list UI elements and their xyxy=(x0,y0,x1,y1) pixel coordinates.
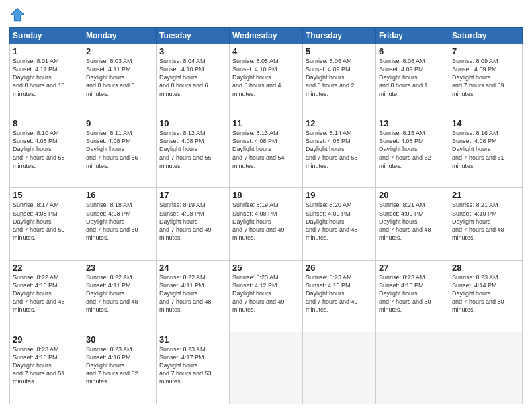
day-info: Sunrise: 8:16 AM Sunset: 4:08 PM Dayligh… xyxy=(452,129,519,170)
day-number: 1 xyxy=(13,46,80,56)
calendar-day-cell: 5 Sunrise: 8:06 AM Sunset: 4:09 PM Dayli… xyxy=(303,44,376,116)
calendar-day-cell: 2 Sunrise: 8:03 AM Sunset: 4:11 PM Dayli… xyxy=(83,44,157,116)
day-number: 14 xyxy=(452,118,519,128)
day-info: Sunrise: 8:13 AM Sunset: 4:08 PM Dayligh… xyxy=(232,129,300,170)
day-number: 4 xyxy=(232,46,300,56)
weekday-header-sunday: Sunday xyxy=(10,28,83,44)
day-info: Sunrise: 8:15 AM Sunset: 4:08 PM Dayligh… xyxy=(379,129,446,170)
calendar-day-cell: 8 Sunrise: 8:10 AM Sunset: 4:08 PM Dayli… xyxy=(10,116,83,188)
day-info: Sunrise: 8:19 AM Sunset: 4:08 PM Dayligh… xyxy=(232,201,300,242)
calendar-day-cell: 7 Sunrise: 8:09 AM Sunset: 4:09 PM Dayli… xyxy=(449,44,523,116)
day-number: 12 xyxy=(306,118,373,128)
weekday-header-row: SundayMondayTuesdayWednesdayThursdayFrid… xyxy=(10,28,523,44)
day-info: Sunrise: 8:23 AM Sunset: 4:16 PM Dayligh… xyxy=(86,345,153,386)
weekday-header-tuesday: Tuesday xyxy=(157,28,230,44)
day-info: Sunrise: 8:11 AM Sunset: 4:08 PM Dayligh… xyxy=(86,129,153,170)
svg-marker-1 xyxy=(11,9,23,20)
calendar-week-row: 29 Sunrise: 8:23 AM Sunset: 4:15 PM Dayl… xyxy=(10,332,523,404)
calendar-day-cell: 29 Sunrise: 8:23 AM Sunset: 4:15 PM Dayl… xyxy=(10,332,83,404)
calendar-day-cell xyxy=(230,332,303,404)
calendar-day-cell: 14 Sunrise: 8:16 AM Sunset: 4:08 PM Dayl… xyxy=(449,116,523,188)
day-info: Sunrise: 8:03 AM Sunset: 4:11 PM Dayligh… xyxy=(86,57,153,98)
day-number: 25 xyxy=(232,263,300,273)
calendar-header: SundayMondayTuesdayWednesdayThursdayFrid… xyxy=(10,28,523,44)
day-number: 9 xyxy=(86,118,153,128)
day-number: 31 xyxy=(159,334,226,345)
day-info: Sunrise: 8:10 AM Sunset: 4:08 PM Dayligh… xyxy=(13,129,80,170)
day-number: 7 xyxy=(452,46,519,56)
calendar-day-cell: 10 Sunrise: 8:12 AM Sunset: 4:08 PM Dayl… xyxy=(157,116,230,188)
day-info: Sunrise: 8:22 AM Sunset: 4:11 PM Dayligh… xyxy=(86,273,153,314)
day-number: 22 xyxy=(13,263,80,273)
calendar-week-row: 8 Sunrise: 8:10 AM Sunset: 4:08 PM Dayli… xyxy=(10,116,523,188)
day-number: 2 xyxy=(86,46,153,56)
day-number: 16 xyxy=(86,190,153,200)
day-number: 30 xyxy=(86,334,153,345)
weekday-header-thursday: Thursday xyxy=(303,28,376,44)
weekday-header-wednesday: Wednesday xyxy=(230,28,303,44)
calendar-day-cell: 4 Sunrise: 8:05 AM Sunset: 4:10 PM Dayli… xyxy=(230,44,303,116)
calendar-day-cell: 16 Sunrise: 8:18 AM Sunset: 4:08 PM Dayl… xyxy=(83,188,157,260)
weekday-header-saturday: Saturday xyxy=(449,28,523,44)
calendar-day-cell xyxy=(303,332,376,404)
day-number: 26 xyxy=(306,263,373,273)
day-info: Sunrise: 8:22 AM Sunset: 4:10 PM Dayligh… xyxy=(13,273,80,314)
day-number: 29 xyxy=(13,334,80,345)
day-info: Sunrise: 8:23 AM Sunset: 4:17 PM Dayligh… xyxy=(159,345,226,386)
day-info: Sunrise: 8:06 AM Sunset: 4:09 PM Dayligh… xyxy=(306,57,373,98)
calendar-day-cell: 3 Sunrise: 8:04 AM Sunset: 4:10 PM Dayli… xyxy=(157,44,230,116)
day-info: Sunrise: 8:23 AM Sunset: 4:13 PM Dayligh… xyxy=(379,273,446,314)
calendar-day-cell xyxy=(449,332,523,404)
calendar-week-row: 15 Sunrise: 8:17 AM Sunset: 4:08 PM Dayl… xyxy=(10,188,523,260)
calendar-day-cell: 28 Sunrise: 8:23 AM Sunset: 4:14 PM Dayl… xyxy=(449,260,523,332)
calendar-day-cell: 19 Sunrise: 8:20 AM Sunset: 4:09 PM Dayl… xyxy=(303,188,376,260)
calendar-day-cell: 24 Sunrise: 8:22 AM Sunset: 4:11 PM Dayl… xyxy=(157,260,230,332)
day-info: Sunrise: 8:09 AM Sunset: 4:09 PM Dayligh… xyxy=(452,57,519,98)
calendar-day-cell: 30 Sunrise: 8:23 AM Sunset: 4:16 PM Dayl… xyxy=(83,332,157,404)
day-info: Sunrise: 8:23 AM Sunset: 4:12 PM Dayligh… xyxy=(232,273,300,314)
logo xyxy=(9,7,28,23)
day-info: Sunrise: 8:04 AM Sunset: 4:10 PM Dayligh… xyxy=(159,57,226,98)
day-number: 23 xyxy=(86,263,153,273)
logo-icon xyxy=(9,7,26,23)
calendar-day-cell: 21 Sunrise: 8:21 AM Sunset: 4:10 PM Dayl… xyxy=(449,188,523,260)
calendar-page: SundayMondayTuesdayWednesdayThursdayFrid… xyxy=(0,0,532,411)
day-info: Sunrise: 8:21 AM Sunset: 4:10 PM Dayligh… xyxy=(452,201,519,242)
calendar-day-cell: 6 Sunrise: 8:08 AM Sunset: 4:09 PM Dayli… xyxy=(376,44,449,116)
calendar-day-cell: 18 Sunrise: 8:19 AM Sunset: 4:08 PM Dayl… xyxy=(230,188,303,260)
day-info: Sunrise: 8:20 AM Sunset: 4:09 PM Dayligh… xyxy=(306,201,373,242)
calendar-day-cell: 27 Sunrise: 8:23 AM Sunset: 4:13 PM Dayl… xyxy=(376,260,449,332)
calendar-day-cell: 23 Sunrise: 8:22 AM Sunset: 4:11 PM Dayl… xyxy=(83,260,157,332)
day-number: 28 xyxy=(452,263,519,273)
page-header xyxy=(9,7,523,23)
calendar-day-cell: 13 Sunrise: 8:15 AM Sunset: 4:08 PM Dayl… xyxy=(376,116,449,188)
day-number: 5 xyxy=(306,46,373,56)
day-info: Sunrise: 8:23 AM Sunset: 4:14 PM Dayligh… xyxy=(452,273,519,314)
calendar-day-cell: 1 Sunrise: 8:01 AM Sunset: 4:11 PM Dayli… xyxy=(10,44,83,116)
day-info: Sunrise: 8:17 AM Sunset: 4:08 PM Dayligh… xyxy=(13,201,80,242)
calendar-day-cell: 9 Sunrise: 8:11 AM Sunset: 4:08 PM Dayli… xyxy=(83,116,157,188)
day-info: Sunrise: 8:05 AM Sunset: 4:10 PM Dayligh… xyxy=(232,57,300,98)
calendar-day-cell xyxy=(376,332,449,404)
day-number: 24 xyxy=(159,263,226,273)
day-info: Sunrise: 8:23 AM Sunset: 4:15 PM Dayligh… xyxy=(13,345,80,386)
calendar-week-row: 22 Sunrise: 8:22 AM Sunset: 4:10 PM Dayl… xyxy=(10,260,523,332)
calendar-body: 1 Sunrise: 8:01 AM Sunset: 4:11 PM Dayli… xyxy=(10,44,523,404)
day-number: 13 xyxy=(379,118,446,128)
day-number: 11 xyxy=(232,118,300,128)
day-info: Sunrise: 8:19 AM Sunset: 4:08 PM Dayligh… xyxy=(159,201,226,242)
day-number: 10 xyxy=(159,118,226,128)
day-info: Sunrise: 8:23 AM Sunset: 4:13 PM Dayligh… xyxy=(306,273,373,314)
day-number: 8 xyxy=(13,118,80,128)
calendar-table: SundayMondayTuesdayWednesdayThursdayFrid… xyxy=(9,27,523,404)
day-number: 21 xyxy=(452,190,519,200)
day-number: 20 xyxy=(379,190,446,200)
weekday-header-friday: Friday xyxy=(376,28,449,44)
day-number: 3 xyxy=(159,46,226,56)
calendar-day-cell: 26 Sunrise: 8:23 AM Sunset: 4:13 PM Dayl… xyxy=(303,260,376,332)
calendar-day-cell: 11 Sunrise: 8:13 AM Sunset: 4:08 PM Dayl… xyxy=(230,116,303,188)
day-number: 6 xyxy=(379,46,446,56)
day-info: Sunrise: 8:01 AM Sunset: 4:11 PM Dayligh… xyxy=(13,57,80,98)
day-number: 17 xyxy=(159,190,226,200)
calendar-day-cell: 12 Sunrise: 8:14 AM Sunset: 4:08 PM Dayl… xyxy=(303,116,376,188)
